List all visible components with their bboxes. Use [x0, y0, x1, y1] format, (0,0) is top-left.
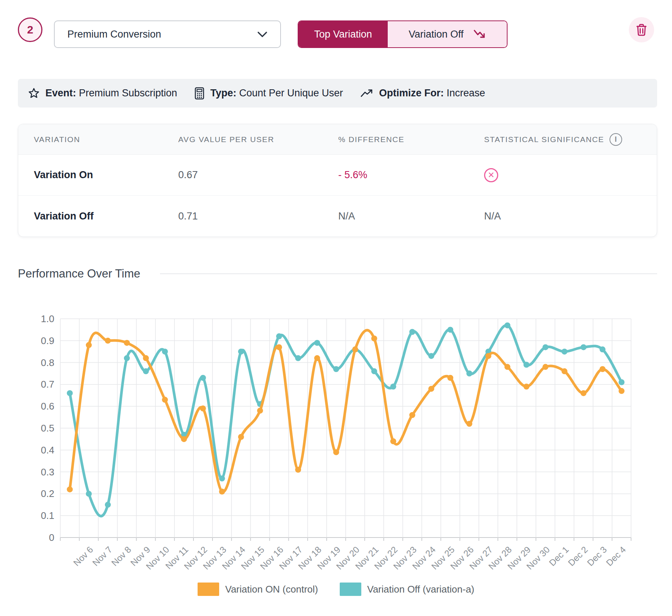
x-axis-label: Nov 8 — [109, 544, 133, 568]
y-axis-label: 0.7 — [41, 379, 54, 390]
data-point — [257, 408, 263, 414]
optimize-label: Optimize For: — [379, 87, 444, 99]
data-point — [162, 397, 168, 403]
data-point — [561, 349, 567, 354]
x-circle-icon: ✕ — [484, 168, 498, 182]
data-point — [524, 384, 529, 389]
data-point — [352, 346, 358, 352]
data-point — [67, 390, 73, 396]
top-variation-tab[interactable]: Top Variation — [298, 21, 388, 47]
x-axis-label: Dec 4 — [604, 544, 628, 568]
chart-section-title: Performance Over Time — [18, 267, 140, 280]
legend-label: Variation Off (variation-a) — [367, 584, 474, 595]
data-point — [580, 390, 586, 396]
y-axis-label: 0 — [49, 532, 54, 543]
data-point — [181, 436, 187, 442]
col-difference: % Difference — [338, 135, 484, 144]
top-variation-value: Variation Off — [409, 29, 464, 40]
x-axis-label: Dec 3 — [585, 544, 608, 568]
data-point — [466, 421, 472, 427]
data-point — [86, 342, 92, 348]
y-axis-label: 0.4 — [41, 445, 54, 456]
top-variation-value-tab[interactable]: Variation Off — [388, 21, 507, 47]
data-point — [333, 449, 339, 455]
legend-label: Variation ON (control) — [225, 584, 318, 595]
type-value: Count Per Unique User — [239, 87, 343, 99]
metric-dropdown[interactable]: Premium Conversion — [54, 20, 281, 48]
data-point — [428, 386, 434, 392]
data-point — [238, 434, 244, 440]
data-point — [219, 475, 225, 481]
results-table: Variation Avg Value Per User % Differenc… — [18, 124, 657, 237]
data-point — [295, 467, 301, 473]
chart-legend: Variation ON (control)Variation Off (var… — [0, 583, 672, 596]
type-summary: Type: Count Per Unique User — [194, 87, 343, 100]
optimize-summary: Optimize For: Increase — [360, 87, 485, 99]
data-point — [428, 353, 434, 359]
table-row-variation-on: Variation On 0.67 - 5.6% ✕ — [18, 155, 657, 196]
data-point — [390, 384, 396, 389]
data-point — [333, 366, 339, 372]
data-point — [466, 370, 472, 376]
type-label: Type: — [210, 87, 236, 99]
data-point — [618, 388, 624, 394]
top-variation-toggle: Top Variation Variation Off — [298, 20, 508, 48]
x-axis-label: Nov 6 — [71, 544, 95, 568]
significance-value: N/A — [484, 211, 657, 222]
variation-name: Variation On — [34, 169, 178, 181]
calculator-icon — [194, 87, 205, 100]
y-axis-label: 1.0 — [41, 314, 54, 324]
data-point — [505, 364, 511, 370]
trend-down-zigzag-icon — [473, 29, 486, 39]
data-point — [618, 379, 624, 385]
data-point — [543, 344, 548, 350]
data-point — [124, 355, 130, 361]
star-icon — [28, 87, 40, 99]
data-point — [143, 368, 149, 374]
y-axis-label: 0.6 — [41, 401, 54, 412]
trash-icon — [636, 23, 647, 36]
data-point — [276, 344, 282, 350]
col-avg-value: Avg Value Per User — [178, 135, 338, 144]
data-point — [409, 412, 415, 418]
y-axis-label: 0.9 — [41, 335, 54, 346]
data-point — [409, 329, 415, 335]
data-point — [314, 355, 320, 361]
info-icon[interactable]: i — [609, 133, 622, 146]
legend-item[interactable]: Variation ON (control) — [198, 583, 318, 596]
metric-summary-bar: Event: Premium Subscription Type: Count … — [18, 79, 657, 108]
col-significance: Statistical Significance i — [484, 133, 657, 146]
legend-swatch — [198, 583, 219, 596]
data-point — [124, 340, 130, 346]
data-point — [276, 333, 282, 339]
optimize-value: Increase — [447, 87, 485, 99]
difference-value: - 5.6% — [338, 169, 484, 181]
avg-value: 0.67 — [178, 169, 338, 181]
data-point — [486, 353, 492, 359]
data-point — [105, 502, 111, 508]
data-point — [599, 366, 605, 372]
data-point — [86, 491, 92, 497]
data-point — [371, 368, 377, 374]
difference-value: N/A — [338, 211, 484, 222]
section-divider — [160, 273, 657, 274]
data-point — [143, 355, 149, 361]
event-label: Event: — [45, 87, 76, 99]
legend-item[interactable]: Variation Off (variation-a) — [340, 583, 474, 596]
delete-metric-button[interactable] — [629, 17, 654, 42]
legend-swatch — [340, 583, 361, 596]
table-row-variation-off: Variation Off 0.71 N/A N/A — [18, 196, 657, 237]
data-point — [371, 336, 377, 341]
data-point — [162, 349, 168, 354]
y-axis-label: 0.8 — [41, 357, 54, 368]
x-axis-label: Nov 7 — [90, 544, 114, 568]
data-point — [561, 368, 567, 374]
data-point — [447, 327, 453, 333]
y-axis-label: 0.3 — [41, 466, 54, 478]
data-point — [314, 340, 320, 346]
data-point — [524, 362, 529, 368]
data-point — [390, 438, 396, 444]
event-value: Premium Subscription — [79, 87, 177, 99]
data-point — [200, 375, 206, 381]
data-point — [105, 338, 111, 344]
